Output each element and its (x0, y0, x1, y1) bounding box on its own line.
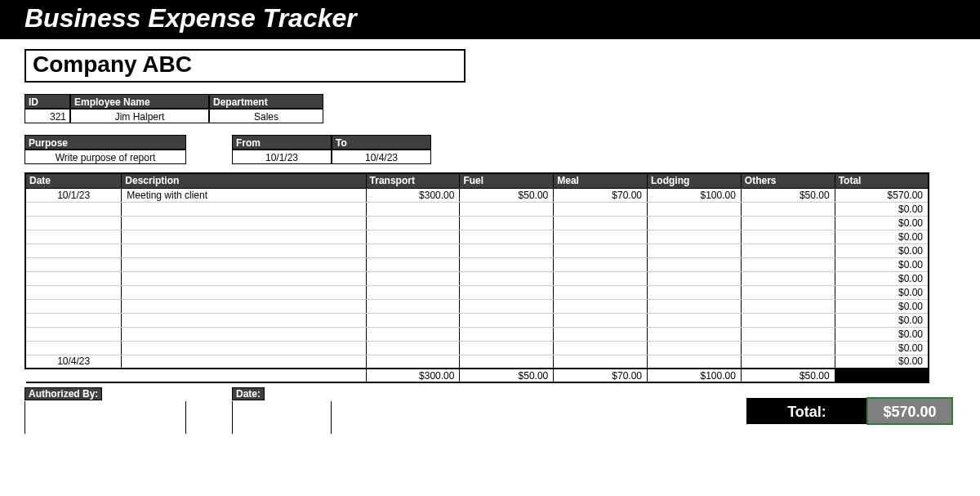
cell-date[interactable] (25, 313, 122, 327)
cell-desc[interactable] (122, 299, 366, 313)
cell-lodging[interactable] (648, 299, 742, 313)
cell-transport[interactable] (366, 341, 460, 355)
cell-desc[interactable]: Meeting with client (122, 188, 366, 202)
cell-others[interactable] (741, 327, 835, 341)
cell-meal[interactable] (554, 285, 648, 299)
grand-total-value[interactable]: $570.00 (867, 398, 952, 424)
cell-others[interactable] (741, 355, 835, 369)
cell-date[interactable] (25, 216, 122, 230)
cell-desc[interactable] (122, 257, 366, 271)
cell-meal[interactable] (554, 230, 648, 244)
cell-total[interactable]: $0.00 (835, 271, 929, 285)
cell-others[interactable] (741, 271, 835, 285)
to-date[interactable]: 10/4/23 (332, 150, 431, 164)
cell-total[interactable]: $0.00 (835, 355, 929, 369)
cell-total[interactable]: $0.00 (835, 341, 929, 355)
cell-meal[interactable] (554, 271, 648, 285)
cell-transport[interactable] (366, 355, 460, 369)
cell-total[interactable]: $0.00 (835, 313, 929, 327)
employee-dept[interactable]: Sales (209, 109, 323, 123)
cell-date[interactable]: 10/4/23 (25, 355, 122, 369)
cell-lodging[interactable] (648, 355, 742, 369)
purpose-field[interactable]: Write purpose of report (24, 150, 186, 164)
company-name[interactable]: Company ABC (24, 49, 466, 83)
cell-lodging[interactable] (648, 216, 742, 230)
cell-fuel[interactable] (460, 230, 554, 244)
cell-others[interactable]: $50.00 (741, 188, 835, 202)
cell-lodging[interactable] (648, 341, 742, 355)
cell-lodging[interactable] (648, 230, 742, 244)
cell-desc[interactable] (122, 355, 366, 369)
cell-desc[interactable] (122, 313, 366, 327)
cell-meal[interactable] (554, 313, 648, 327)
cell-desc[interactable] (122, 202, 366, 216)
cell-total[interactable]: $0.00 (835, 257, 929, 271)
cell-date[interactable] (25, 285, 122, 299)
cell-transport[interactable] (366, 299, 460, 313)
cell-transport[interactable] (366, 257, 460, 271)
cell-fuel[interactable] (460, 299, 554, 313)
cell-desc[interactable] (122, 285, 366, 299)
cell-fuel[interactable] (460, 313, 554, 327)
authorized-by-field[interactable] (24, 401, 186, 434)
cell-date[interactable] (25, 230, 122, 244)
cell-fuel[interactable] (460, 257, 554, 271)
cell-date[interactable] (25, 244, 122, 257)
from-date[interactable]: 10/1/23 (232, 150, 332, 164)
cell-others[interactable] (741, 257, 835, 271)
cell-meal[interactable] (554, 244, 648, 257)
employee-name[interactable]: Jim Halpert (70, 109, 209, 123)
cell-desc[interactable] (122, 244, 366, 257)
cell-date[interactable] (25, 257, 122, 271)
cell-transport[interactable] (366, 285, 460, 299)
cell-lodging[interactable]: $100.00 (648, 188, 742, 202)
cell-others[interactable] (741, 313, 835, 327)
cell-total[interactable]: $0.00 (835, 299, 929, 313)
cell-total[interactable]: $0.00 (835, 244, 929, 257)
cell-transport[interactable] (366, 202, 460, 216)
cell-fuel[interactable] (460, 341, 554, 355)
cell-meal[interactable] (554, 327, 648, 341)
cell-meal[interactable] (554, 257, 648, 271)
employee-id[interactable]: 321 (24, 109, 70, 123)
cell-others[interactable] (741, 202, 835, 216)
cell-date[interactable] (25, 341, 122, 355)
cell-meal[interactable] (554, 355, 648, 369)
cell-fuel[interactable] (460, 355, 554, 369)
cell-transport[interactable] (366, 313, 460, 327)
cell-transport[interactable] (366, 271, 460, 285)
cell-total[interactable]: $0.00 (835, 285, 929, 299)
cell-total[interactable]: $0.00 (835, 230, 929, 244)
cell-desc[interactable] (122, 230, 366, 244)
cell-total[interactable]: $0.00 (835, 202, 929, 216)
cell-lodging[interactable] (648, 244, 742, 257)
cell-others[interactable] (741, 230, 835, 244)
cell-desc[interactable] (122, 327, 366, 341)
cell-date[interactable]: 10/1/23 (25, 188, 122, 202)
cell-others[interactable] (741, 216, 835, 230)
cell-lodging[interactable] (648, 271, 742, 285)
cell-total[interactable]: $0.00 (835, 216, 929, 230)
cell-transport[interactable]: $300.00 (366, 188, 460, 202)
cell-fuel[interactable] (460, 285, 554, 299)
cell-fuel[interactable] (460, 244, 554, 257)
cell-others[interactable] (741, 299, 835, 313)
cell-date[interactable] (25, 299, 122, 313)
cell-fuel[interactable]: $50.00 (460, 188, 554, 202)
cell-meal[interactable] (554, 216, 648, 230)
cell-fuel[interactable] (460, 216, 554, 230)
cell-fuel[interactable] (460, 271, 554, 285)
cell-total[interactable]: $0.00 (835, 327, 929, 341)
cell-transport[interactable] (366, 230, 460, 244)
cell-desc[interactable] (122, 216, 366, 230)
cell-others[interactable] (741, 244, 835, 257)
cell-lodging[interactable] (648, 313, 742, 327)
cell-date[interactable] (25, 327, 122, 341)
cell-lodging[interactable] (648, 327, 742, 341)
cell-lodging[interactable] (648, 202, 742, 216)
cell-fuel[interactable] (460, 202, 554, 216)
cell-lodging[interactable] (648, 285, 742, 299)
cell-transport[interactable] (366, 216, 460, 230)
cell-meal[interactable] (554, 341, 648, 355)
cell-lodging[interactable] (648, 257, 742, 271)
